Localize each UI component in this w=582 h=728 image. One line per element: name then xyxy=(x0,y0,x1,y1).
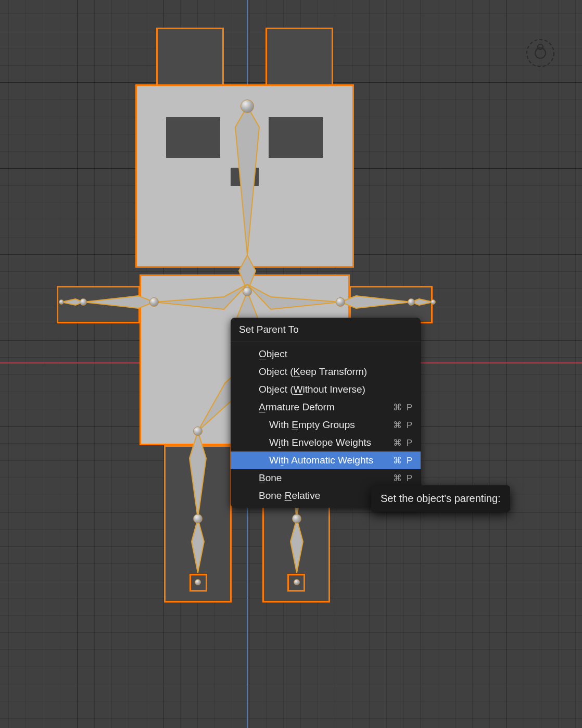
menu-item-0[interactable]: Object xyxy=(231,345,421,363)
menu-item-label: Armature Deform xyxy=(259,401,393,413)
menu-item-4[interactable]: With Empty Groups⌘ P xyxy=(231,416,421,434)
menu-item-label: With Empty Groups xyxy=(269,419,393,431)
menu-item-label: Object (Without Inverse) xyxy=(259,384,413,395)
nav-gizmo[interactable] xyxy=(526,39,555,68)
joint-ankle-l xyxy=(193,514,203,523)
menu-title: Set Parent To xyxy=(231,318,421,341)
joint-foot-l xyxy=(195,579,201,585)
tooltip: Set the object's parenting: xyxy=(371,485,510,512)
menu-item-shortcut: ⌘ P xyxy=(393,437,413,448)
menu-item-label: With Automatic Weights xyxy=(269,455,393,466)
menu-item-label: With Envelope Weights xyxy=(269,437,393,448)
joint-knee-l xyxy=(193,426,203,436)
joint-hand-r xyxy=(431,299,436,305)
bone-shoulder-l[interactable] xyxy=(154,284,247,309)
menu-separator xyxy=(231,342,421,342)
joint-elbow-l xyxy=(80,298,87,306)
svg-point-0 xyxy=(527,40,554,67)
menu-item-6[interactable]: With Automatic Weights⌘ P xyxy=(231,451,421,469)
menu-item-label: Object (Keep Transform) xyxy=(259,366,413,378)
joint-shoulder-l xyxy=(149,297,159,307)
menu-item-shortcut: ⌘ P xyxy=(393,402,413,413)
menu-item-1[interactable]: Object (Keep Transform) xyxy=(231,363,421,381)
menu-item-shortcut: ⌘ P xyxy=(393,455,413,466)
bone-shin-l[interactable] xyxy=(192,519,204,573)
joint-foot-r xyxy=(294,579,300,585)
menu-item-2[interactable]: Object (Without Inverse) xyxy=(231,381,421,398)
joint-neck xyxy=(243,287,252,296)
menu-item-7[interactable]: Bone⌘ P xyxy=(231,469,421,487)
joint-hand-l xyxy=(59,299,64,305)
menu-item-5[interactable]: With Envelope Weights⌘ P xyxy=(231,434,421,451)
bone-neck[interactable] xyxy=(239,255,256,292)
bone-upperarm-r[interactable] xyxy=(340,296,411,308)
bone-thigh-l[interactable] xyxy=(189,431,206,519)
menu-item-3[interactable]: Armature Deform⌘ P xyxy=(231,398,421,416)
menu-item-label: Object xyxy=(259,348,413,360)
bone-shoulder-r[interactable] xyxy=(247,284,340,309)
set-parent-menu[interactable]: Set Parent To ObjectObject (Keep Transfo… xyxy=(231,318,421,508)
bone-head[interactable] xyxy=(235,106,259,255)
menu-item-shortcut: ⌘ P xyxy=(393,473,413,484)
menu-item-shortcut: ⌘ P xyxy=(393,420,413,431)
bone-upperarm-l[interactable] xyxy=(83,296,154,308)
svg-point-2 xyxy=(538,44,543,49)
bone-shin-r[interactable] xyxy=(290,519,303,573)
joint-shoulder-r xyxy=(336,297,345,307)
viewport-3d[interactable]: Set Parent To ObjectObject (Keep Transfo… xyxy=(0,0,582,728)
joint-ankle-r xyxy=(292,514,301,523)
joint-head-top xyxy=(241,99,254,113)
menu-item-label: Bone xyxy=(259,472,393,484)
joint-elbow-r xyxy=(408,298,415,306)
